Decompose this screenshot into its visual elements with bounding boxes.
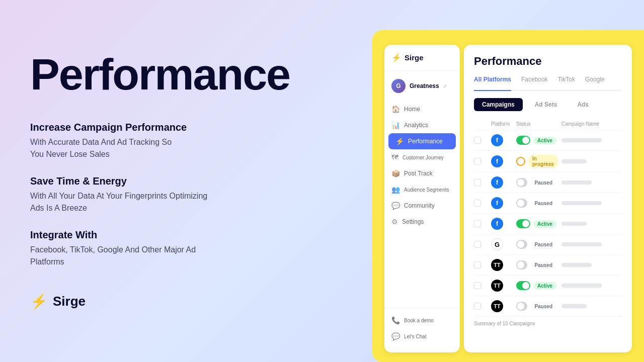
sidebar-nav: 🏠 Home 📊 Analytics ⚡ Performance 🗺 Custo… <box>384 101 460 230</box>
phone-icon: 📞 <box>391 316 400 324</box>
feature-integrate-heading: Integrate With <box>30 229 342 241</box>
campaign-bar <box>561 242 602 246</box>
tab-ads[interactable]: Ads <box>569 98 597 111</box>
sidebar-item-post-track[interactable]: 📦 Post Track <box>384 165 460 182</box>
row-checkbox[interactable] <box>474 241 481 248</box>
status-badge: Paused <box>530 303 556 310</box>
feature-time-body: With All Your Data At Your Fingerprints … <box>30 190 342 214</box>
sidebar-community-label: Community <box>404 202 435 209</box>
sidebar-journey-label: Customer Journey <box>403 155 444 160</box>
sidebar-lets-chat[interactable]: 💬 Let's Chat <box>384 328 460 344</box>
campaign-bar <box>561 263 592 267</box>
status-badge: Paused <box>530 200 556 207</box>
status-badge: Paused <box>530 261 556 269</box>
sidebar-logo-area: ⚡ Sirge <box>384 53 460 71</box>
community-icon: 💬 <box>391 202 400 210</box>
page-title: Performance <box>474 55 622 68</box>
journey-icon: 🗺 <box>391 153 398 161</box>
sidebar-logo-text: Sirge <box>405 53 424 62</box>
status-badge: Active <box>533 220 556 228</box>
google-icon: G <box>491 238 503 250</box>
row-checkbox[interactable] <box>474 179 481 186</box>
sidebar-item-audience[interactable]: 👥 Audience Segments <box>384 182 460 198</box>
status-badge: Paused <box>530 241 556 248</box>
status-badge: Active <box>533 137 556 144</box>
table-header: Platform Status Campaign Name <box>474 118 622 130</box>
sidebar-item-community[interactable]: 💬 Community <box>384 198 460 214</box>
chat-icon: 💬 <box>391 332 400 340</box>
toggle-active[interactable] <box>516 219 530 228</box>
tiktok-icon: TT <box>491 280 503 292</box>
campaign-bar <box>561 138 602 142</box>
feature-campaign-body: With Accurate Data And Ad Tracking So Yo… <box>30 136 342 160</box>
campaign-bar <box>561 201 602 205</box>
table-row: f Active <box>474 213 622 234</box>
toggle-active[interactable] <box>516 281 530 290</box>
tab-google[interactable]: Google <box>585 76 605 86</box>
feature-time-heading: Save Time & Energy <box>30 175 342 187</box>
campaign-bar <box>561 159 587 163</box>
sidebar-demo-label: Book a demo <box>404 318 434 323</box>
toggle-paused[interactable] <box>516 260 527 269</box>
toggle-paused[interactable] <box>516 178 527 187</box>
row-checkbox[interactable] <box>474 220 481 227</box>
sidebar-item-home[interactable]: 🏠 Home <box>384 101 460 117</box>
toggle-paused[interactable] <box>516 199 527 208</box>
sidebar-book-demo[interactable]: 📞 Book a demo <box>384 312 460 328</box>
row-checkbox[interactable] <box>474 261 481 268</box>
facebook-icon: f <box>491 197 503 209</box>
toggle-active[interactable] <box>516 136 530 145</box>
table-row: f In progress <box>474 150 622 172</box>
status-badge: Active <box>533 282 556 290</box>
brand-name: Greatness <box>410 82 439 89</box>
row-checkbox[interactable] <box>474 200 481 207</box>
campaign-bar <box>561 180 592 185</box>
summary-text: Summary of 10 Campaigns <box>474 316 622 326</box>
device-mockup: ⚡ Sirge G Greatness ✓ 🏠 Home 📊 Analytics <box>362 0 644 362</box>
sidebar-item-analytics[interactable]: 📊 Analytics <box>384 117 460 133</box>
sidebar-bolt-icon: ⚡ <box>391 53 401 62</box>
row-checkbox[interactable] <box>474 137 481 144</box>
tab-all-platforms[interactable]: All Platforms <box>474 76 511 91</box>
row-checkbox[interactable] <box>474 158 481 165</box>
sidebar-settings-label: Settings <box>402 218 424 225</box>
features-list: Increase Campaign Performance With Accur… <box>30 122 342 268</box>
table-row: TT Paused <box>474 296 622 316</box>
sidebar-item-performance[interactable]: ⚡ Performance <box>388 133 456 149</box>
feature-time: Save Time & Energy With All Your Data At… <box>30 175 342 214</box>
tab-facebook[interactable]: Facebook <box>521 76 548 86</box>
tiktok-icon: TT <box>491 259 503 271</box>
performance-icon: ⚡ <box>395 137 404 145</box>
row-checkbox[interactable] <box>474 282 481 289</box>
audience-icon: 👥 <box>391 186 400 194</box>
brand-logo: ⚡ Sirge <box>30 293 342 310</box>
table-row: TT Active <box>474 275 622 296</box>
col-campaign-name: Campaign Name <box>561 121 622 127</box>
campaign-bar <box>561 284 602 288</box>
tab-campaigns[interactable]: Campaigns <box>474 98 523 111</box>
tiktok-icon: TT <box>491 300 503 312</box>
campaign-bar <box>561 222 587 226</box>
table-row: G Paused <box>474 234 622 254</box>
analytics-icon: 📊 <box>391 121 400 129</box>
toggle-paused[interactable] <box>516 302 527 311</box>
table-row: TT Paused <box>474 254 622 275</box>
sidebar-posttrack-label: Post Track <box>404 170 433 177</box>
feature-integrate: Integrate With Facebook, TikTok, Google … <box>30 229 342 268</box>
tab-tiktok[interactable]: TikTok <box>558 76 575 86</box>
device-screen: ⚡ Sirge G Greatness ✓ 🏠 Home 📊 Analytics <box>377 38 639 359</box>
facebook-icon: f <box>491 218 503 230</box>
brand-avatar: G <box>391 79 406 93</box>
sidebar-item-settings[interactable]: ⚙ Settings <box>384 214 460 230</box>
settings-icon: ⚙ <box>391 218 398 226</box>
platform-tabs: All Platforms Facebook TikTok Google <box>474 76 622 91</box>
sidebar-analytics-label: Analytics <box>404 122 428 129</box>
sidebar-chat-label: Let's Chat <box>404 334 427 339</box>
toggle-paused[interactable] <box>516 240 527 249</box>
feature-integrate-body: Facebook, TikTok, Google And Other Major… <box>30 244 342 268</box>
tab-ad-sets[interactable]: Ad Sets <box>527 98 566 111</box>
sidebar-item-customer-journey[interactable]: 🗺 Customer Journey <box>384 149 460 165</box>
sidebar-brand-area: G Greatness ✓ <box>384 75 460 97</box>
toggle-in-progress[interactable] <box>516 157 525 166</box>
row-checkbox[interactable] <box>474 303 481 310</box>
